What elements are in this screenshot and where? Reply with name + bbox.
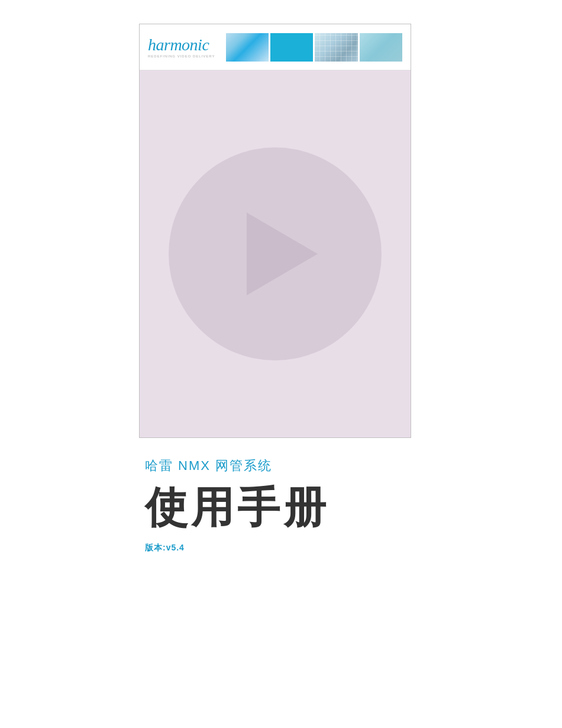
text-section: 哈雷 NMX 网管系统 使用手册 版本:v5.4 xyxy=(139,457,335,553)
cover-header: harmonic REDEFINING VIDEO DELIVERY xyxy=(140,24,411,70)
color-strip xyxy=(226,33,402,62)
color-block-glass xyxy=(315,33,357,62)
color-block-light-cyan xyxy=(360,33,402,62)
document-subtitle: 哈雷 NMX 网管系统 xyxy=(145,457,330,475)
color-block-cyan xyxy=(270,33,313,62)
logo-area: harmonic REDEFINING VIDEO DELIVERY xyxy=(148,37,215,58)
version-label: 版本:v5.4 xyxy=(145,543,330,553)
document-title: 使用手册 xyxy=(145,484,330,531)
page-container: harmonic REDEFINING VIDEO DELIVERY 哈雷 NM… xyxy=(139,24,423,553)
cover-body xyxy=(140,70,411,437)
cover-card: harmonic REDEFINING VIDEO DELIVERY xyxy=(139,24,411,438)
color-block-sky xyxy=(226,33,269,62)
play-icon-watermark xyxy=(247,212,318,295)
logo-tagline: REDEFINING VIDEO DELIVERY xyxy=(148,54,215,58)
brand-logo: harmonic xyxy=(148,37,215,53)
